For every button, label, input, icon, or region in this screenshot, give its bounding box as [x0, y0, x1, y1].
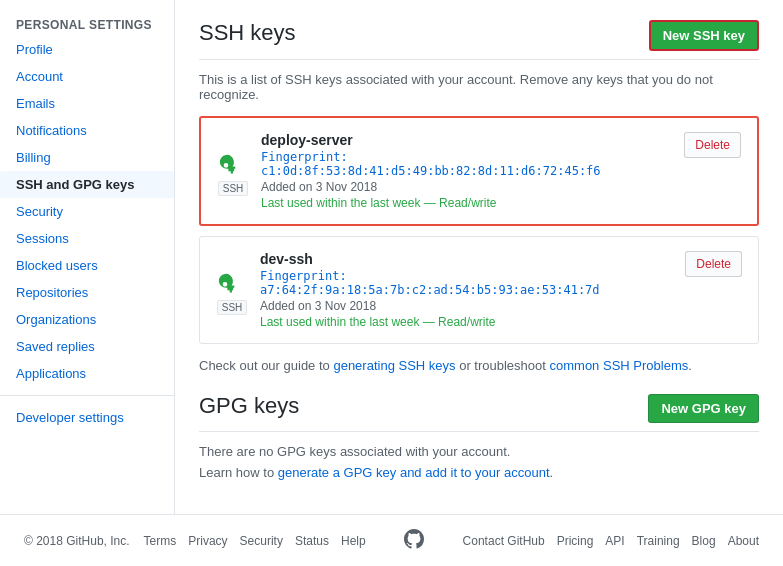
- sidebar-item-saved-replies[interactable]: Saved replies: [0, 333, 174, 360]
- key-label-1: SSH: [218, 181, 249, 196]
- gpg-empty-text: There are no GPG keys associated with yo…: [199, 444, 759, 459]
- sidebar-divider: [0, 395, 174, 396]
- sidebar-item-security[interactable]: Security: [0, 198, 174, 225]
- sidebar-item-billing[interactable]: Billing: [0, 144, 174, 171]
- content-area: SSH keys New SSH key This is a list of S…: [175, 0, 783, 514]
- key-info-1: deploy-server Fingerprint: c1:0d:8f:53:8…: [261, 132, 672, 210]
- new-ssh-key-button[interactable]: New SSH key: [649, 20, 759, 51]
- footer-link-help[interactable]: Help: [341, 534, 366, 548]
- sidebar-item-applications[interactable]: Applications: [0, 360, 174, 387]
- github-logo-icon: [404, 529, 424, 552]
- delete-key-button-2[interactable]: Delete: [685, 251, 742, 277]
- generating-ssh-keys-link[interactable]: generating SSH keys: [333, 358, 455, 373]
- ssh-section-title: SSH keys: [199, 20, 633, 46]
- sidebar-item-organizations[interactable]: Organizations: [0, 306, 174, 333]
- sidebar-item-repositories[interactable]: Repositories: [0, 279, 174, 306]
- footer-copyright: © 2018 GitHub, Inc.: [24, 534, 130, 548]
- sidebar-section-title: Personal settings: [0, 10, 174, 36]
- key-status-1: Last used within the last week — Read/wr…: [261, 196, 672, 210]
- key-icon-1: [217, 147, 249, 179]
- key-icon-2: [216, 266, 248, 298]
- footer-link-status[interactable]: Status: [295, 534, 329, 548]
- footer-center: [380, 529, 449, 552]
- main-content: Personal settings Profile Account Emails…: [0, 0, 783, 514]
- footer: © 2018 GitHub, Inc. Terms Privacy Securi…: [0, 514, 783, 566]
- sidebar-item-sessions[interactable]: Sessions: [0, 225, 174, 252]
- gpg-section-title: GPG keys: [199, 393, 616, 419]
- sidebar-item-developer-settings[interactable]: Developer settings: [0, 404, 174, 431]
- sidebar-item-profile[interactable]: Profile: [0, 36, 174, 63]
- footer-link-terms[interactable]: Terms: [144, 534, 177, 548]
- new-gpg-key-button[interactable]: New GPG key: [648, 394, 759, 423]
- gpg-section: GPG keys New GPG key There are no GPG ke…: [199, 393, 759, 480]
- ssh-section: SSH keys New SSH key This is a list of S…: [199, 20, 759, 373]
- key-label-2: SSH: [217, 300, 248, 315]
- ssh-guide-text: Check out our guide to generating SSH ke…: [199, 358, 759, 373]
- sidebar-item-notifications[interactable]: Notifications: [0, 117, 174, 144]
- gpg-learn-text: Learn how to generate a GPG key and add …: [199, 465, 759, 480]
- footer-link-api[interactable]: API: [605, 534, 624, 548]
- footer-left-links: Terms Privacy Security Status Help: [144, 534, 366, 548]
- ssh-description: This is a list of SSH keys associated wi…: [199, 72, 759, 102]
- key-name-1: deploy-server: [261, 132, 672, 148]
- key-name-2: dev-ssh: [260, 251, 673, 267]
- gpg-section-header: GPG keys New GPG key: [199, 393, 759, 432]
- footer-right-links: Contact GitHub Pricing API Training Blog…: [463, 534, 759, 548]
- key-added-1: Added on 3 Nov 2018: [261, 180, 672, 194]
- sidebar-item-ssh-gpg[interactable]: SSH and GPG keys: [0, 171, 174, 198]
- footer-link-training[interactable]: Training: [637, 534, 680, 548]
- footer-link-contact-github[interactable]: Contact GitHub: [463, 534, 545, 548]
- sidebar-item-account[interactable]: Account: [0, 63, 174, 90]
- key-icon-wrap-2: SSH: [216, 266, 248, 315]
- sidebar: Personal settings Profile Account Emails…: [0, 0, 175, 514]
- page-layout: Personal settings Profile Account Emails…: [0, 0, 783, 566]
- common-ssh-problems-link[interactable]: common SSH Problems: [550, 358, 689, 373]
- generate-gpg-key-link[interactable]: generate a GPG key and add it to your ac…: [278, 465, 550, 480]
- key-info-2: dev-ssh Fingerprint: a7:64:2f:9a:18:5a:7…: [260, 251, 673, 329]
- key-status-2: Last used within the last week — Read/wr…: [260, 315, 673, 329]
- key-fingerprint-2: Fingerprint: a7:64:2f:9a:18:5a:7b:c2:ad:…: [260, 269, 673, 297]
- footer-link-security[interactable]: Security: [240, 534, 283, 548]
- ssh-key-card-2: SSH dev-ssh Fingerprint: a7:64:2f:9a:18:…: [199, 236, 759, 344]
- footer-link-pricing[interactable]: Pricing: [557, 534, 594, 548]
- ssh-section-header: SSH keys New SSH key: [199, 20, 759, 60]
- footer-link-about[interactable]: About: [728, 534, 759, 548]
- footer-link-blog[interactable]: Blog: [692, 534, 716, 548]
- delete-key-button-1[interactable]: Delete: [684, 132, 741, 158]
- footer-link-privacy[interactable]: Privacy: [188, 534, 227, 548]
- key-icon-wrap-1: SSH: [217, 147, 249, 196]
- sidebar-item-emails[interactable]: Emails: [0, 90, 174, 117]
- key-fingerprint-1: Fingerprint: c1:0d:8f:53:8d:41:d5:49:bb:…: [261, 150, 672, 178]
- sidebar-item-blocked-users[interactable]: Blocked users: [0, 252, 174, 279]
- ssh-key-card-1: SSH deploy-server Fingerprint: c1:0d:8f:…: [199, 116, 759, 226]
- key-added-2: Added on 3 Nov 2018: [260, 299, 673, 313]
